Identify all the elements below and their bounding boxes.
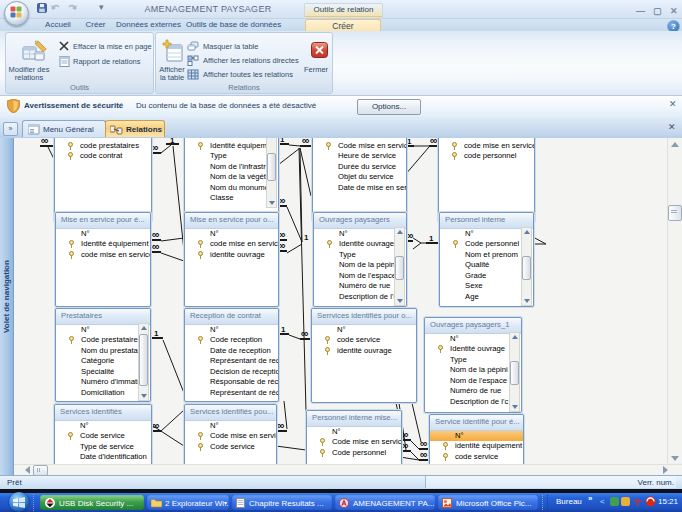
svg-text:∞: ∞: [152, 228, 160, 240]
svg-text:∞: ∞: [406, 229, 414, 241]
svg-text:∞: ∞: [401, 439, 409, 451]
svg-text:1: 1: [154, 329, 159, 338]
svg-text:∞: ∞: [430, 138, 438, 146]
svg-text:∞: ∞: [278, 194, 286, 206]
svg-text:1: 1: [304, 233, 309, 242]
svg-text:∞: ∞: [152, 240, 160, 252]
svg-text:∞: ∞: [277, 419, 285, 431]
svg-text:∞: ∞: [302, 138, 310, 146]
svg-text:1: 1: [280, 138, 285, 144]
svg-text:1: 1: [170, 138, 175, 145]
svg-text:∞: ∞: [151, 141, 159, 153]
svg-text:1: 1: [407, 138, 412, 146]
svg-text:∞: ∞: [301, 327, 309, 339]
svg-text:∞: ∞: [152, 419, 160, 431]
svg-text:∞: ∞: [278, 239, 286, 251]
svg-text:∞: ∞: [420, 448, 428, 460]
svg-text:1: 1: [281, 325, 286, 334]
svg-text:1: 1: [429, 234, 434, 243]
svg-text:∞: ∞: [41, 138, 49, 146]
